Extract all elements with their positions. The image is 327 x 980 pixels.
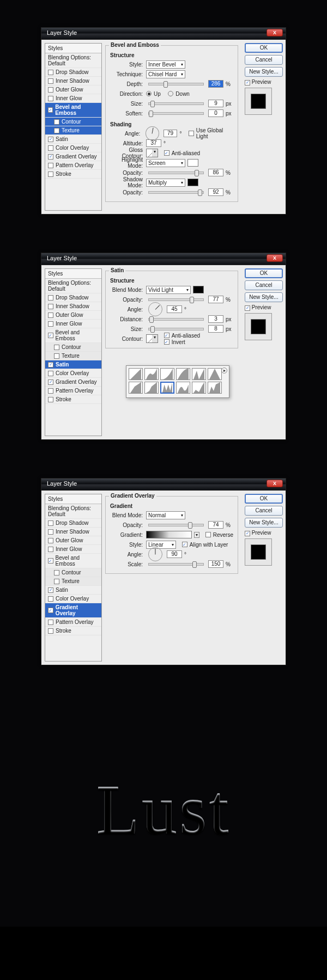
chevron-down-icon[interactable]: ▾ (194, 532, 199, 538)
soften-input[interactable]: 0 (208, 109, 223, 117)
popup-menu-icon[interactable]: ▸ (221, 367, 227, 373)
distance-slider[interactable] (148, 318, 204, 321)
style-outer-glow[interactable]: Outer Glow (45, 536, 101, 545)
highlight-opacity-input[interactable]: 86 (208, 169, 223, 176)
style-pattern-overlay[interactable]: Pattern Overlay (45, 618, 101, 627)
style-inner-glow[interactable]: Inner Glow (45, 94, 101, 103)
style-outer-glow[interactable]: Outer Glow (45, 311, 101, 320)
checkbox-icon[interactable] (54, 570, 59, 575)
checkbox-icon[interactable] (48, 538, 53, 543)
scale-slider[interactable] (148, 563, 204, 566)
contour-preset[interactable] (144, 368, 159, 380)
style-contour[interactable]: Contour (45, 343, 101, 352)
blend-mode-select[interactable]: Normal▾ (146, 511, 185, 519)
style-outer-glow[interactable]: Outer Glow (45, 85, 101, 94)
contour-preset[interactable] (192, 368, 206, 380)
close-icon[interactable]: X (267, 29, 283, 36)
style-bevel-emboss[interactable]: Bevel and Emboss (45, 554, 101, 568)
ok-button[interactable]: OK (245, 494, 283, 504)
checkbox-icon[interactable] (54, 353, 59, 359)
titlebar[interactable]: Layer Style X (41, 479, 286, 491)
checkbox-icon[interactable] (48, 547, 53, 552)
angle-input[interactable]: 79 (164, 130, 178, 137)
contour-picker[interactable]: ▾ (146, 334, 158, 343)
checkbox-icon[interactable] (48, 78, 53, 84)
angle-dial[interactable] (148, 302, 162, 316)
scale-input[interactable]: 150 (208, 560, 223, 568)
preview-checkbox[interactable] (245, 80, 250, 85)
altitude-input[interactable]: 37 (146, 139, 161, 147)
blending-options[interactable]: Blending Options: Default (45, 279, 101, 293)
opacity-slider[interactable] (148, 524, 204, 526)
gradient-picker[interactable] (146, 531, 192, 538)
checkbox-icon[interactable] (48, 304, 53, 309)
close-icon[interactable]: X (267, 254, 283, 262)
global-light-checkbox[interactable] (189, 131, 193, 136)
new-style-button[interactable]: New Style... (245, 67, 283, 77)
highlight-opacity-slider[interactable] (148, 171, 204, 174)
contour-preset[interactable] (160, 368, 174, 380)
ok-button[interactable]: OK (245, 268, 283, 278)
shadow-color-swatch[interactable] (187, 179, 198, 186)
checkbox-icon[interactable] (48, 620, 53, 625)
checkbox-icon[interactable] (48, 295, 53, 301)
blending-options[interactable]: Blending Options: Default (45, 504, 101, 519)
checkbox-icon[interactable] (54, 119, 59, 125)
style-stroke[interactable]: Stroke (45, 395, 101, 404)
style-inner-shadow[interactable]: Inner Shadow (45, 528, 101, 536)
reverse-checkbox[interactable] (205, 532, 211, 537)
shadow-mode-select[interactable]: Multiply▾ (146, 179, 185, 187)
style-inner-shadow[interactable]: Inner Shadow (45, 77, 101, 85)
distance-input[interactable]: 3 (208, 315, 223, 323)
style-gradient-overlay[interactable]: Gradient Overlay (45, 152, 101, 161)
opacity-slider[interactable] (148, 298, 204, 301)
contour-preset[interactable] (129, 368, 143, 380)
gradient-style-select[interactable]: Linear▾ (146, 541, 176, 549)
style-texture[interactable]: Texture (45, 352, 101, 360)
angle-dial[interactable] (146, 126, 159, 140)
style-bevel-emboss[interactable]: Bevel and Emboss (45, 103, 101, 118)
checkbox-icon[interactable] (48, 70, 53, 75)
preview-checkbox[interactable] (245, 305, 250, 311)
size-input[interactable]: 8 (208, 325, 223, 333)
checkbox-icon[interactable] (48, 137, 53, 142)
cancel-button[interactable]: Cancel (245, 55, 283, 65)
checkbox-icon[interactable] (48, 145, 53, 151)
contour-preset[interactable] (129, 382, 143, 394)
highlight-color-swatch[interactable] (187, 159, 198, 167)
contour-preset[interactable] (144, 382, 159, 394)
titlebar[interactable]: Layer Style X (41, 28, 286, 40)
style-contour[interactable]: Contour (45, 568, 101, 577)
style-satin[interactable]: Satin (45, 360, 101, 369)
technique-select[interactable]: Chisel Hard▾ (146, 70, 185, 78)
cancel-button[interactable]: Cancel (245, 506, 283, 516)
checkbox-icon[interactable] (48, 608, 53, 613)
checkbox-icon[interactable] (54, 579, 59, 584)
titlebar[interactable]: Layer Style X (41, 253, 286, 265)
style-texture[interactable]: Texture (45, 577, 101, 586)
invert-checkbox[interactable] (164, 339, 169, 345)
close-icon[interactable]: X (267, 480, 283, 487)
checkbox-icon[interactable] (48, 333, 53, 338)
new-style-button[interactable]: New Style... (245, 518, 283, 528)
direction-down-radio[interactable] (168, 91, 173, 96)
antialiased-checkbox[interactable] (164, 150, 169, 156)
blending-options[interactable]: Blending Options: Default (45, 53, 101, 68)
new-style-button[interactable]: New Style... (245, 292, 283, 302)
style-pattern-overlay[interactable]: Pattern Overlay (45, 387, 101, 395)
style-pattern-overlay[interactable]: Pattern Overlay (45, 161, 101, 170)
checkbox-icon[interactable] (48, 388, 53, 394)
shadow-opacity-input[interactable]: 92 (208, 188, 223, 196)
cancel-button[interactable]: Cancel (245, 280, 283, 290)
style-gradient-overlay[interactable]: Gradient Overlay (45, 603, 101, 618)
size-input[interactable]: 9 (208, 100, 223, 107)
checkbox-icon[interactable] (48, 520, 53, 526)
style-select[interactable]: Inner Bevel▾ (146, 60, 185, 69)
checkbox-icon[interactable] (54, 128, 59, 133)
checkbox-icon[interactable] (48, 171, 53, 177)
angle-dial[interactable] (148, 547, 162, 561)
style-contour[interactable]: Contour (45, 118, 101, 126)
style-texture[interactable]: Texture (45, 126, 101, 135)
blend-mode-select[interactable]: Vivid Light▾ (146, 286, 191, 294)
angle-input[interactable]: 45 (167, 305, 182, 313)
